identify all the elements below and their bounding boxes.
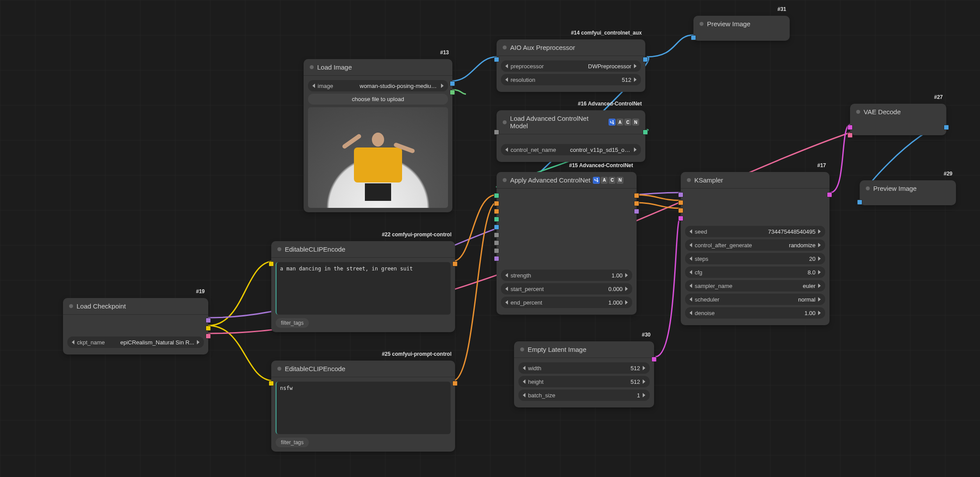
port-latent-out[interactable] (651, 357, 657, 362)
port-negative[interactable] (494, 209, 499, 214)
chevron-left-icon (72, 340, 74, 344)
field-width[interactable]: width512 (518, 362, 650, 374)
node-preview-image-1[interactable]: #31 Preview Image (693, 16, 790, 41)
prompt-textarea[interactable]: a man dancing in the street, in green su… (276, 262, 451, 315)
field-resolution[interactable]: resolution512 (501, 74, 641, 85)
filter-tags-pill[interactable]: filter_tags (276, 438, 309, 447)
port-conditioning-out[interactable] (452, 381, 458, 386)
port-in7[interactable] (494, 240, 499, 246)
port-positive[interactable] (494, 201, 499, 206)
port-controlnet-out[interactable] (643, 130, 648, 135)
node-id: #29 (944, 171, 952, 177)
port-in9[interactable] (494, 256, 499, 261)
port-model[interactable] (206, 318, 211, 323)
port-negative[interactable] (678, 208, 683, 213)
node-id: #17 (817, 162, 826, 168)
node-title: VAE Decode (864, 108, 901, 116)
node-title: EditableCLIPEncode (285, 365, 345, 372)
port-mask[interactable] (450, 90, 455, 95)
port-controlnet[interactable] (494, 193, 499, 198)
field-image[interactable]: image woman-studio-posing-medium-sh... (308, 80, 448, 91)
port-latent-out[interactable] (827, 192, 832, 197)
field-batch[interactable]: batch_size1 (518, 389, 650, 401)
node-id: #30 (642, 332, 651, 338)
node-load-checkpoint[interactable]: #19 Load Checkpoint ckpt_name epiCRealis… (63, 298, 208, 354)
port-clip-in[interactable] (269, 261, 274, 267)
acn-icon: 🛂ACN (609, 119, 639, 126)
node-title: Empty Latent Image (528, 346, 586, 353)
node-id: #16 Advanced-ControlNet (578, 101, 642, 107)
field-end-percent[interactable]: end_percent1.000 (501, 297, 632, 308)
node-apply-adv-controlnet[interactable]: #15 Advanced-ControlNet Apply Advanced C… (497, 172, 637, 315)
port-image[interactable] (450, 81, 455, 86)
node-id: #31 (777, 6, 786, 12)
port-in[interactable] (494, 130, 499, 135)
node-title: KSampler (694, 176, 723, 184)
node-empty-latent[interactable]: #30 Empty Latent Image width512 height51… (514, 341, 654, 407)
port-vae[interactable] (206, 333, 211, 339)
node-id: #27 (934, 94, 943, 100)
field-steps[interactable]: steps20 (685, 253, 825, 264)
node-ksampler[interactable]: #17 KSampler seed734475448540495 control… (681, 172, 830, 325)
upload-button[interactable]: choose file to upload (308, 94, 448, 105)
port-positive[interactable] (678, 200, 683, 205)
field-preprocessor[interactable]: preprocessorDWPreprocessor (501, 60, 641, 72)
field-denoise[interactable]: denoise1.00 (685, 307, 825, 319)
chevron-right-icon (441, 84, 444, 88)
field-height[interactable]: height512 (518, 376, 650, 387)
port-image-out[interactable] (643, 57, 648, 62)
port-clip[interactable] (206, 326, 211, 331)
field-start-percent[interactable]: start_percent0.000 (501, 283, 632, 295)
field-ckpt-name[interactable]: ckpt_name epiCRealism_Natural Sin R... (67, 337, 204, 348)
canvas-grid[interactable] (0, 0, 980, 477)
port-in8[interactable] (494, 248, 499, 253)
node-id: #15 Advanced-ControlNet (569, 162, 633, 168)
port-images[interactable] (691, 35, 696, 40)
port-samples[interactable] (847, 125, 853, 130)
prompt-textarea[interactable]: nsfw (276, 382, 451, 434)
field-controlnet-name[interactable]: control_net_namecontrol_v11p_sd15_ope... (501, 144, 641, 155)
node-title: Preview Image (707, 20, 750, 28)
node-title: EditableCLIPEncode (285, 246, 345, 253)
port-image[interactable] (494, 224, 499, 230)
port-image-out[interactable] (944, 125, 949, 130)
node-id: #25 comfyui-prompt-control (382, 351, 452, 357)
node-clip-encode-positive[interactable]: #22 comfyui-prompt-control EditableCLIPE… (271, 241, 455, 332)
filter-tags-pill[interactable]: filter_tags (276, 318, 309, 328)
port-images[interactable] (857, 200, 862, 205)
node-title: Load Image (317, 63, 352, 71)
node-load-image[interactable]: #13 Load Image image woman-studio-posing… (304, 59, 452, 212)
port-conditioning-out[interactable] (452, 261, 458, 267)
image-preview (308, 107, 448, 208)
field-control-after[interactable]: control_after_generaterandomize (685, 239, 825, 251)
port-positive-out[interactable] (634, 193, 639, 198)
field-cfg[interactable]: cfg8.0 (685, 267, 825, 278)
node-title: Load Checkpoint (77, 302, 126, 310)
node-id: #14 comfyui_controlnet_aux (571, 30, 642, 36)
node-title: Load Advanced ControlNet Model (510, 115, 606, 130)
field-scheduler[interactable]: schedulernormal (685, 294, 825, 305)
field-strength[interactable]: strength1.00 (501, 270, 632, 281)
port-model[interactable] (678, 192, 683, 197)
node-id: #13 (440, 49, 449, 56)
field-sampler[interactable]: sampler_nameeuler (685, 280, 825, 291)
chevron-right-icon (197, 340, 200, 344)
field-seed[interactable]: seed734475448540495 (685, 226, 825, 237)
port-clip-in[interactable] (269, 381, 274, 386)
port-in4[interactable] (494, 217, 499, 222)
port-image-in[interactable] (494, 57, 499, 62)
node-preview-image-2[interactable]: #29 Preview Image (860, 180, 956, 205)
node-load-adv-controlnet[interactable]: #16 Advanced-ControlNet Load Advanced Co… (497, 110, 645, 162)
node-vae-decode[interactable]: #27 VAE Decode (850, 104, 946, 135)
port-out3[interactable] (634, 209, 639, 214)
node-id: #22 comfyui-prompt-control (382, 231, 452, 238)
node-clip-encode-negative[interactable]: #25 comfyui-prompt-control EditableCLIPE… (271, 361, 455, 452)
port-vae[interactable] (847, 133, 853, 138)
port-latent[interactable] (678, 216, 683, 221)
chevron-left-icon (312, 84, 315, 88)
acn-icon: 🛂ACN (593, 177, 623, 184)
node-id: #19 (196, 288, 205, 295)
node-aio-preprocessor[interactable]: #14 comfyui_controlnet_aux AIO Aux Prepr… (497, 39, 645, 92)
port-negative-out[interactable] (634, 201, 639, 206)
port-in6[interactable] (494, 232, 499, 238)
